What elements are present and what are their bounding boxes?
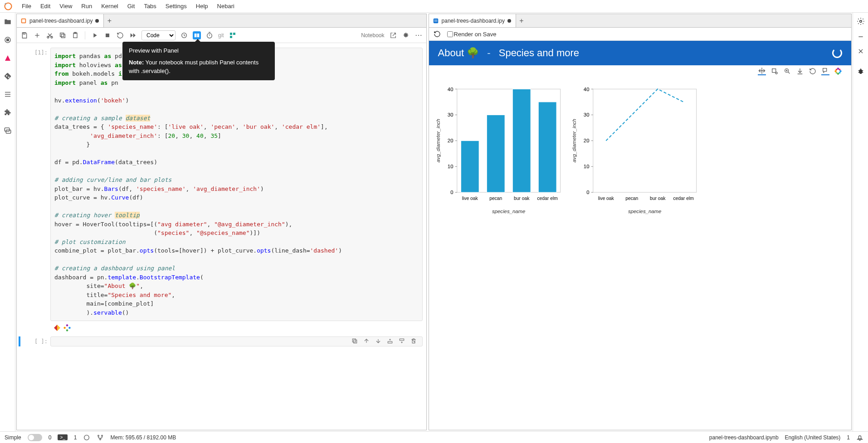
render-on-save-checkbox[interactable]: Render on Save [444,31,497,38]
menu-nebari[interactable]: Nebari [213,1,239,11]
debugger-icon[interactable] [857,67,865,75]
menu-file[interactable]: File [17,1,36,11]
svg-rect-77 [487,115,505,192]
add-tab-button[interactable]: + [516,17,527,25]
svg-rect-41 [400,339,404,341]
svg-point-34 [66,329,68,331]
status-lang[interactable]: English (United States) [785,434,841,441]
minimize-icon[interactable] [858,34,864,40]
stop-button[interactable] [103,31,112,39]
cell-prompt: [1]: [19,48,50,321]
svg-point-57 [839,69,841,71]
svg-line-107 [858,72,859,73]
terminal-badge-icon[interactable]: >_ [58,434,67,440]
save-button[interactable] [20,31,29,39]
svg-point-112 [100,438,101,440]
menu-kernel[interactable]: Kernel [97,1,123,11]
menu-view[interactable]: View [55,1,77,11]
code-cell-1[interactable]: [1]: import pandas as pd import holoview… [19,48,423,321]
dask-button[interactable] [229,31,237,39]
svg-text:10: 10 [447,164,453,169]
wheel-zoom-tool-icon[interactable] [783,67,791,75]
running-icon[interactable] [3,35,12,44]
statusbar: Simple 0 >_ 1 Mem: 595.65 / 8192.00 MB p… [0,431,868,443]
insert-below-icon[interactable] [398,337,405,345]
menu-edit[interactable]: Edit [36,1,55,11]
svg-line-106 [862,71,863,71]
bokeh-logo-icon [834,67,842,75]
timer-button[interactable] [205,31,214,39]
menu-run[interactable]: Run [77,1,97,11]
menu-tabs[interactable]: Tabs [139,1,161,11]
comments-icon[interactable] [3,126,12,135]
reload-preview-button[interactable] [434,30,441,38]
svg-text:bur oak: bur oak [649,196,665,201]
svg-text:pecan: pecan [625,196,638,201]
svg-rect-31 [230,36,232,38]
bokeh-logo-icon [63,324,71,332]
menubar: File Edit View Run Kernel Git Tabs Setti… [0,0,868,13]
copy-button[interactable] [59,31,67,39]
bell-icon[interactable] [856,434,863,441]
notebook-tab[interactable]: panel-trees-dashboard.ipy [17,14,104,27]
menu-git[interactable]: Git [123,1,140,11]
extensions-icon[interactable] [3,108,12,117]
pan-tool-icon[interactable] [758,67,766,75]
modified-dot-icon [95,19,99,23]
menu-help[interactable]: Help [191,1,213,11]
restart-button[interactable] [116,31,124,39]
notebook-kernel-label[interactable]: Notebook [361,32,384,39]
cell-toolbar [19,336,423,346]
cell-source[interactable]: import pandas as pd import holoviews as … [50,48,423,321]
run-button[interactable] [91,31,99,39]
svg-point-109 [84,435,89,440]
svg-point-54 [839,70,842,73]
preview-toolbar: Render on Save [429,28,851,41]
duplicate-cell-icon[interactable] [351,337,358,345]
menu-settings[interactable]: Settings [161,1,191,11]
svg-text:pecan: pecan [489,196,502,201]
reset-tool-icon[interactable] [809,67,817,75]
folder-icon[interactable] [3,17,12,26]
open-external-icon[interactable] [389,31,397,39]
insert-above-icon[interactable] [386,337,394,345]
hover-tool-icon[interactable] [821,67,829,75]
cut-button[interactable] [46,31,54,39]
move-up-icon[interactable] [363,337,370,345]
svg-rect-11 [23,33,25,34]
preview-tab[interactable]: panel-trees-dashboard.ipy [429,14,516,27]
notebook-body[interactable]: [1]: import pandas as pd import holoview… [17,43,426,430]
line-chart[interactable]: 010203040live oakpecanbur oakcedar elmsp… [570,84,701,216]
svg-text:0: 0 [450,190,453,195]
toc-icon[interactable] [3,90,12,99]
svg-rect-82 [593,89,696,192]
render-side-button[interactable] [193,31,201,39]
kernel-settings-icon[interactable] [402,31,410,39]
cell-type-select[interactable]: Code [141,30,176,40]
nebari-icon[interactable] [3,54,12,63]
close-icon[interactable] [858,48,864,54]
notebook-toolbar: Code git Notebook ⋯ [17,28,426,43]
svg-line-108 [862,72,863,73]
box-zoom-tool-icon[interactable] [770,67,779,75]
svg-point-58 [839,72,841,74]
delete-cell-icon[interactable] [410,337,417,345]
property-inspector-icon[interactable] [857,17,865,25]
move-down-icon[interactable] [375,337,382,345]
left-sidebar [0,13,15,431]
git-toolbar-label[interactable]: git [218,31,224,39]
add-cell-button[interactable] [33,31,41,39]
more-icon[interactable]: ⋯ [414,31,423,39]
save-tool-icon[interactable] [796,67,804,75]
simple-mode-toggle[interactable] [28,434,42,441]
svg-rect-47 [772,69,776,73]
add-tab-button[interactable]: + [104,17,115,25]
preview-content: 010203040live oakpecanbur oakcedar elmsp… [429,75,851,225]
branch-icon[interactable] [97,434,104,441]
bar-chart[interactable]: 010203040live oakpecanbur oakcedar elmsp… [434,84,565,216]
restart-run-all-button[interactable] [180,31,188,39]
git-icon[interactable] [3,72,12,81]
paste-button[interactable] [71,31,79,39]
run-all-button[interactable] [129,31,137,39]
jupyter-logo [4,2,13,11]
